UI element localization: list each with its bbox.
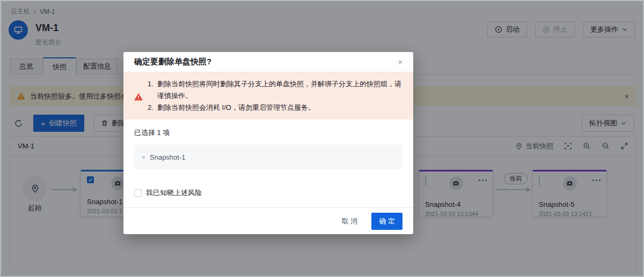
risk-acknowledge-row: 我已知晓上述风险 bbox=[134, 188, 402, 198]
alert-item-marker: 2. bbox=[148, 102, 157, 114]
selected-snapshot-name: Snapshot-1 bbox=[150, 153, 186, 161]
modal-close-icon[interactable]: × bbox=[398, 57, 402, 66]
alert-item-text: 删除当前快照将同时删除其子分支上的单盘快照，并解绑子分支上的快照组，请谨慎操作。 bbox=[157, 78, 402, 102]
modal-header: 确定要删除单盘快照? × bbox=[123, 52, 413, 72]
alert-text-list: 1. 删除当前快照将同时删除其子分支上的单盘快照，并解绑子分支上的快照组，请谨慎… bbox=[148, 78, 402, 114]
alert-item: 1. 删除当前快照将同时删除其子分支上的单盘快照，并解绑子分支上的快照组，请谨慎… bbox=[148, 78, 402, 102]
selected-count-label: 已选择 1 项 bbox=[134, 128, 402, 138]
alert-item: 2. 删除当前快照会消耗 I/O，请勿重启管理节点服务。 bbox=[148, 102, 402, 114]
modal-title: 确定要删除单盘快照? bbox=[134, 57, 211, 67]
risk-checkbox[interactable] bbox=[134, 189, 142, 197]
confirm-button-label: 确 定 bbox=[379, 216, 395, 226]
modal-footer: 取 消 确 定 bbox=[123, 207, 413, 234]
modal-body: 已选择 1 项 Snapshot-1 我已知晓上述风险 bbox=[123, 119, 413, 198]
bullet-icon bbox=[142, 156, 145, 159]
cancel-button[interactable]: 取 消 bbox=[342, 216, 358, 226]
selected-item-box: Snapshot-1 bbox=[134, 145, 402, 169]
delete-snapshot-modal: 确定要删除单盘快照? × 1. 删除当前快照将同时删除其子分支上的单盘快照，并解… bbox=[123, 52, 413, 234]
modal-danger-alert: 1. 删除当前快照将同时删除其子分支上的单盘快照，并解绑子分支上的快照组，请谨慎… bbox=[123, 72, 413, 119]
alert-item-marker: 1. bbox=[148, 78, 157, 102]
alert-triangle-icon bbox=[134, 80, 143, 114]
confirm-button[interactable]: 确 定 bbox=[371, 213, 402, 230]
alert-item-text: 删除当前快照会消耗 I/O，请勿重启管理节点服务。 bbox=[157, 102, 315, 114]
vm-console-window: 云主机 › VM-1 VM-1 暂无简介 启动 停止 更多操作 bbox=[0, 0, 644, 277]
risk-checkbox-label[interactable]: 我已知晓上述风险 bbox=[146, 188, 202, 198]
